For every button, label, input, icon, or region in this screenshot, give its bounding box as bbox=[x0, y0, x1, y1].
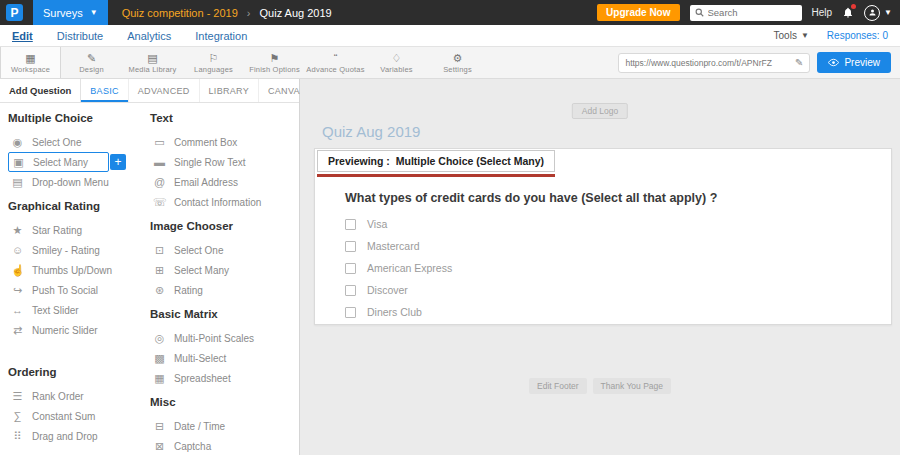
question-type-numeric-slider[interactable]: ⇄Numeric Slider bbox=[8, 320, 150, 340]
question-type-thumbs-up-down[interactable]: ☝Thumbs Up/Down bbox=[8, 260, 150, 280]
rank-order-icon: ☰ bbox=[11, 390, 24, 403]
question-type-comment-box[interactable]: ▭Comment Box bbox=[150, 132, 293, 152]
surveys-menu-button[interactable]: Surveys ▼ bbox=[33, 0, 108, 25]
topbar: P Surveys ▼ Quiz competition - 2019 › Qu… bbox=[0, 0, 900, 25]
question-type-label: Constant Sum bbox=[32, 411, 95, 422]
radio-list-icon: ◉ bbox=[11, 136, 24, 149]
panel-tab-library[interactable]: LIBRARY bbox=[200, 79, 259, 102]
checkbox-visa[interactable] bbox=[345, 219, 356, 230]
question-type-single-row-text[interactable]: ▬Single Row Text bbox=[150, 152, 293, 172]
toolbar-item-variables[interactable]: ♢Variables bbox=[366, 47, 427, 78]
toolbar-item-workspace[interactable]: ▦Workspace bbox=[0, 47, 61, 78]
nav-tab-analytics[interactable]: Analytics bbox=[127, 30, 171, 42]
search-icon bbox=[695, 8, 704, 17]
question-text[interactable]: What types of credit cards do you have (… bbox=[345, 191, 717, 205]
previewing-header: Previewing : Multiple Choice (Select Man… bbox=[317, 150, 555, 177]
checkbox-diners-club[interactable] bbox=[345, 307, 356, 318]
drag-drop-icon: ⠿ bbox=[11, 430, 24, 443]
eye-icon bbox=[828, 58, 839, 67]
question-type-select-many[interactable]: ⊞Select Many bbox=[150, 260, 293, 280]
question-type-captcha[interactable]: ⊠Captcha bbox=[150, 436, 293, 455]
nav-tab-edit[interactable]: Edit bbox=[12, 30, 33, 42]
survey-url-value[interactable]: https://www.questionpro.com/t/APNrFZ bbox=[625, 58, 790, 68]
question-type-constant-sum[interactable]: ∑Constant Sum bbox=[8, 406, 150, 426]
answer-option-label: Visa bbox=[367, 218, 387, 230]
question-type-push-to-social[interactable]: ↪Push To Social bbox=[8, 280, 150, 300]
answer-option-discover: Discover bbox=[345, 279, 452, 301]
thank-you-page-button[interactable]: Thank You Page bbox=[593, 378, 671, 394]
numeric-slider-icon: ⇄ bbox=[11, 324, 24, 337]
toolbar-item-settings[interactable]: ⚙Settings bbox=[427, 47, 488, 78]
nav-tab-distribute[interactable]: Distribute bbox=[57, 30, 103, 42]
toolbar-item-advance-quotas[interactable]: “Advance Quotas bbox=[305, 47, 366, 78]
toolbar-item-languages[interactable]: ⚐Languages bbox=[183, 47, 244, 78]
question-type-date-time[interactable]: ⊟Date / Time bbox=[150, 416, 293, 436]
question-type-text-slider[interactable]: ↔Text Slider bbox=[8, 300, 150, 320]
toolbar-item-label: Workspace bbox=[11, 65, 50, 74]
question-type-smiley-rating[interactable]: ☺Smiley - Rating bbox=[8, 240, 150, 260]
section-basic-matrix: Basic Matrix◎Multi-Point Scales▩Multi-Se… bbox=[150, 308, 293, 388]
question-type-select-many[interactable]: ▣Select Many+ bbox=[8, 152, 109, 172]
answer-option-mastercard: Mastercard bbox=[345, 235, 452, 257]
edit-footer-button[interactable]: Edit Footer bbox=[529, 378, 587, 394]
multi-select-icon: ▩ bbox=[153, 352, 166, 365]
chevron-down-icon: ▼ bbox=[884, 9, 892, 17]
upgrade-now-button[interactable]: Upgrade Now bbox=[597, 4, 679, 21]
question-type-select-one[interactable]: ◉Select One bbox=[8, 132, 150, 152]
question-type-multi-point-scales[interactable]: ◎Multi-Point Scales bbox=[150, 328, 293, 348]
question-type-contact-information[interactable]: ☏Contact Information bbox=[150, 192, 293, 212]
edit-url-pencil-icon[interactable]: ✎ bbox=[795, 57, 803, 68]
search-box[interactable] bbox=[690, 5, 802, 21]
answer-option-visa: Visa bbox=[345, 213, 452, 235]
question-panel-tabs: BASICADVANCEDLIBRARYCANVAS bbox=[81, 79, 316, 102]
search-input[interactable] bbox=[708, 7, 797, 18]
tools-menu[interactable]: Tools ▼ bbox=[774, 30, 809, 41]
question-type-rank-order[interactable]: ☰Rank Order bbox=[8, 386, 150, 406]
question-type-spreadsheet[interactable]: ▦Spreadsheet bbox=[150, 368, 293, 388]
toolbar-item-label: Languages bbox=[194, 65, 233, 74]
toolbar-item-finish-options[interactable]: ⚑Finish Options bbox=[244, 47, 305, 78]
section-misc: Misc⊟Date / Time⊠Captcha bbox=[150, 396, 293, 455]
checkbox-mastercard[interactable] bbox=[345, 241, 356, 252]
answer-option-american-express: American Express bbox=[345, 257, 452, 279]
help-link[interactable]: Help bbox=[812, 7, 833, 18]
question-type-label: Drag and Drop bbox=[32, 431, 98, 442]
add-selected-question-button[interactable]: + bbox=[110, 154, 126, 170]
toolbar-right: https://www.questionpro.com/t/APNrFZ ✎ P… bbox=[618, 47, 900, 78]
toolbar-item-media-library[interactable]: ▤Media Library bbox=[122, 47, 183, 78]
toolbar-item-label: Design bbox=[79, 65, 104, 74]
checkbox-discover[interactable] bbox=[345, 285, 356, 296]
responses-count-link[interactable]: Responses: 0 bbox=[827, 30, 888, 41]
question-type-label: Contact Information bbox=[174, 197, 261, 208]
text-slider-icon: ↔ bbox=[11, 304, 24, 316]
question-type-star-rating[interactable]: ★Star Rating bbox=[8, 220, 150, 240]
notifications-bell-icon[interactable] bbox=[842, 6, 854, 19]
panel-tab-advanced[interactable]: ADVANCED bbox=[129, 79, 200, 102]
preview-button[interactable]: Preview bbox=[817, 52, 891, 73]
question-type-rating[interactable]: ⊛Rating bbox=[150, 280, 293, 300]
section-heading-graphical-rating: Graphical Rating bbox=[8, 200, 150, 214]
question-type-label: Email Address bbox=[174, 177, 238, 188]
red-underline bbox=[317, 174, 555, 177]
nav-tab-integration[interactable]: Integration bbox=[195, 30, 247, 42]
questionpro-logo[interactable]: P bbox=[6, 4, 23, 21]
breadcrumb-parent-link[interactable]: Quiz competition - 2019 bbox=[122, 7, 238, 19]
checkbox-american-express[interactable] bbox=[345, 263, 356, 274]
question-type-multi-select[interactable]: ▩Multi-Select bbox=[150, 348, 293, 368]
section-heading-image-chooser: Image Chooser bbox=[150, 220, 293, 234]
question-type-select-one[interactable]: ⊡Select One bbox=[150, 240, 293, 260]
previewing-value: Multiple Choice (Select Many) bbox=[396, 155, 544, 167]
add-logo-button[interactable]: Add Logo bbox=[572, 103, 628, 119]
question-type-drop-down-menu[interactable]: ▤Drop-down Menu bbox=[8, 172, 150, 192]
question-type-drag-and-drop[interactable]: ⠿Drag and Drop bbox=[8, 426, 150, 446]
survey-url-field[interactable]: https://www.questionpro.com/t/APNrFZ ✎ bbox=[618, 53, 810, 73]
panel-tab-basic[interactable]: BASIC bbox=[81, 79, 129, 102]
account-menu[interactable]: ▼ bbox=[864, 5, 892, 21]
answer-option-label: American Express bbox=[367, 262, 452, 274]
survey-title[interactable]: Quiz Aug 2019 bbox=[322, 123, 420, 140]
toolbar-item-design[interactable]: ✎Design bbox=[61, 47, 122, 78]
checkbox-list-icon: ▣ bbox=[12, 156, 25, 169]
question-types-column-1: Multiple Choice◉Select One▣Select Many+▤… bbox=[8, 112, 150, 455]
question-type-email-address[interactable]: @Email Address bbox=[150, 172, 293, 192]
settings-icon: ⚙ bbox=[453, 52, 463, 64]
